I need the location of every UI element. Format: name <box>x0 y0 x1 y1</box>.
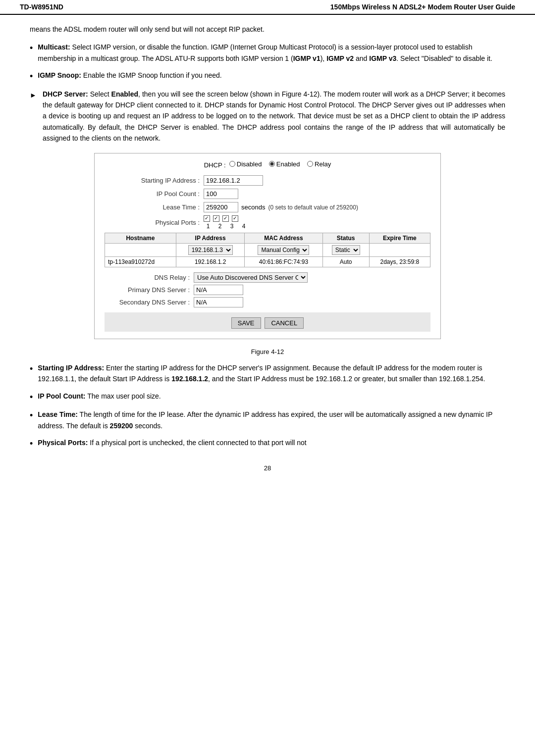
bullet-dot: • <box>30 438 33 450</box>
checkbox-4-icon[interactable] <box>232 215 238 222</box>
enabled-label: Enabled <box>111 90 138 98</box>
starting-ip-label: Starting IP Address : <box>105 177 204 184</box>
page-title: 150Mbps Wireless N ADSL2+ Modem Router U… <box>330 3 515 11</box>
radio-disabled-icon <box>229 161 235 167</box>
physical-ports-checkboxes: 1 2 3 4 <box>204 215 248 230</box>
radio-enabled-label[interactable]: Enabled <box>269 160 300 168</box>
radio-disabled-text: Disabled <box>237 160 262 168</box>
ip-pool-row: IP Pool Count : <box>105 189 430 199</box>
multicast-content: Multicast: Select IGMP version, or disab… <box>38 42 505 64</box>
checkbox-line <box>204 215 248 222</box>
row1-status-select[interactable]: Static <box>332 245 360 255</box>
ip-pool-label: IP Pool Count : <box>105 190 204 198</box>
bullet-dot: • <box>30 71 33 82</box>
igmp-snoop-content: IGMP Snoop: Enable the IGMP Snoop functi… <box>38 70 505 82</box>
secondary-dns-label: Secondary DNS Server : <box>105 299 194 306</box>
checkbox-1-icon[interactable] <box>204 215 210 222</box>
radio-enabled-icon <box>269 161 275 167</box>
row2-hostname: tp-113ea910272d <box>105 257 176 267</box>
model-label: TD-W8951ND <box>20 3 63 11</box>
secondary-dns-input[interactable] <box>194 297 243 307</box>
bullet-dot: • <box>30 392 33 403</box>
col-ip-address: IP Address <box>176 233 244 244</box>
row1-expire <box>369 244 430 257</box>
lease-time-note: (0 sets to default value of 259200) <box>268 204 358 211</box>
checkbox-label-3: 3 <box>227 223 236 230</box>
row1-hostname <box>105 244 176 257</box>
bottom-bullet-list: • Starting IP Address: Enter the startin… <box>30 362 505 450</box>
checkbox-label-1: 1 <box>204 223 213 230</box>
dhcp-radio-row: DHCP : Disabled Enabled Relay <box>105 160 430 169</box>
primary-dns-row: Primary DNS Server : <box>105 285 430 295</box>
row2-expire: 2days, 23:59:8 <box>369 257 430 267</box>
starting-ip-input[interactable] <box>204 175 263 186</box>
dhcp-server-section: ► DHCP Server: Select Enabled, then you … <box>30 89 505 144</box>
ip-pool-desc-label: IP Pool Count: <box>38 392 85 400</box>
dhcp-server-label: DHCP Server: <box>43 90 88 98</box>
igmp-v1: IGMP v1 <box>293 54 321 62</box>
lease-time-unit: seconds <box>241 203 265 211</box>
checkbox-labels: 1 2 3 4 <box>204 223 248 230</box>
figure-container: DHCP : Disabled Enabled Relay Starting I… <box>94 153 441 340</box>
row1-mac: Manual Config <box>245 244 322 257</box>
dhcp-server-content: DHCP Server: Select Enabled, then you wi… <box>43 89 505 144</box>
row2-status: Auto <box>322 257 369 267</box>
radio-enabled-text: Enabled <box>276 160 300 168</box>
radio-relay-text: Relay <box>315 160 331 168</box>
table-row: 192.168.1.3 Manual Config Static <box>105 244 430 257</box>
igmp-snoop-label: IGMP Snoop: <box>38 71 81 79</box>
dhcp-table-head: Hostname IP Address MAC Address Status E… <box>105 233 430 244</box>
cancel-button[interactable]: CANCEL <box>265 317 304 329</box>
lease-time-input[interactable] <box>204 202 238 212</box>
lease-time-row: Lease Time : seconds (0 sets to default … <box>105 202 430 212</box>
bullet-dot: • <box>30 43 33 64</box>
checkbox-3-icon[interactable] <box>222 215 229 222</box>
list-item: • IP Pool Count: The max user pool size. <box>30 391 505 403</box>
row2-ip: 192.168.1.2 <box>176 257 244 267</box>
starting-ip-desc-label: Starting IP Address: <box>38 364 104 372</box>
row1-mac-select[interactable]: Manual Config <box>258 245 309 255</box>
primary-dns-label: Primary DNS Server : <box>105 286 194 294</box>
row2-mac: 40:61:86:FC:74:93 <box>245 257 322 267</box>
multicast-label: Multicast: <box>38 43 70 51</box>
list-item: • Lease Time: The length of time for the… <box>30 409 505 431</box>
checkbox-2-icon[interactable] <box>213 215 219 222</box>
page-number: 28 <box>0 464 535 472</box>
save-button[interactable]: SAVE <box>231 317 261 329</box>
arrow-symbol: ► <box>30 90 38 144</box>
radio-relay-icon <box>307 161 313 167</box>
dhcp-table: Hostname IP Address MAC Address Status E… <box>105 233 430 267</box>
dhcp-label: DHCP : <box>204 161 226 168</box>
save-cancel-row: SAVE CANCEL <box>105 312 430 332</box>
bullet-dot: • <box>30 410 33 431</box>
col-hostname: Hostname <box>105 233 176 244</box>
start-ip-bold: 192.168.1.2 <box>171 375 208 383</box>
row1-ip-select[interactable]: 192.168.1.3 <box>188 245 233 255</box>
intro-text: means the ADSL modem router will only se… <box>30 24 505 35</box>
table-header-row: Hostname IP Address MAC Address Status E… <box>105 233 430 244</box>
igmp-v3: IGMP v3 <box>369 54 396 62</box>
list-item: • Multicast: Select IGMP version, or dis… <box>30 42 505 64</box>
ip-pool-desc: IP Pool Count: The max user pool size. <box>38 391 505 403</box>
page-content: means the ADSL modem router will only se… <box>0 24 535 450</box>
table-row: tp-113ea910272d 192.168.1.2 40:61:86:FC:… <box>105 257 430 267</box>
igmp-v2: IGMP v2 <box>326 54 354 62</box>
lease-time-label: Lease Time : <box>105 203 204 211</box>
col-expire-time: Expire Time <box>369 233 430 244</box>
ip-pool-input[interactable] <box>204 189 238 199</box>
bullet-list: • Multicast: Select IGMP version, or dis… <box>30 42 505 82</box>
page-header: TD-W8951ND 150Mbps Wireless N ADSL2+ Mod… <box>0 0 535 15</box>
list-item: • IGMP Snoop: Enable the IGMP Snoop func… <box>30 70 505 82</box>
physical-ports-desc: Physical Ports: If a physical port is un… <box>38 437 505 450</box>
starting-ip-desc: Starting IP Address: Enter the starting … <box>38 362 505 385</box>
primary-dns-input[interactable] <box>194 285 243 295</box>
physical-ports-row: Physical Ports : 1 2 3 4 <box>105 215 430 230</box>
checkbox-label-2: 2 <box>215 223 224 230</box>
col-mac-address: MAC Address <box>245 233 322 244</box>
starting-ip-row: Starting IP Address : <box>105 175 430 186</box>
radio-relay-label[interactable]: Relay <box>307 160 331 168</box>
row1-status: Static <box>322 244 369 257</box>
radio-disabled-label[interactable]: Disabled <box>229 160 262 168</box>
checkbox-label-4: 4 <box>239 223 248 230</box>
dns-relay-select[interactable]: Use Auto Discovered DNS Server Only <box>194 272 308 283</box>
